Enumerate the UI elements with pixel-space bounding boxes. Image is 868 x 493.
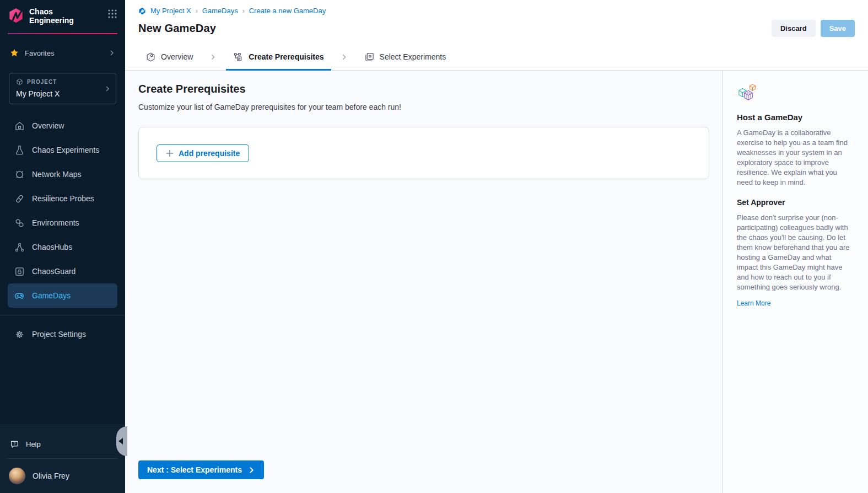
sidebar-item-label: ChaosGuard [32,267,76,276]
help-panel-section-title: Set Approver [737,198,854,207]
tab-select-experiments[interactable]: Select Experiments [357,44,454,70]
sidebar-item-network-maps[interactable]: Network Maps [8,162,117,186]
network-map-icon [14,169,25,180]
breadcrumb-separator: › [242,7,245,15]
gamepad-icon [14,290,25,301]
flask-icon [14,144,25,156]
sidebar-item-label: Network Maps [32,170,81,179]
user-name: Olivia Frey [33,471,69,480]
project-label: PROJECT [27,79,57,85]
nav-divider [0,315,125,315]
tab-overview[interactable]: Overview [138,44,200,70]
sidebar-item-label: Chaos Experiments [32,146,99,154]
add-prerequisite-button[interactable]: Add prerequisite [157,144,249,162]
brand-name: Chaos Engineering [29,7,107,25]
project-logo-icon [138,7,146,15]
favorites-row[interactable]: Favorites [0,46,125,60]
app-grid-icon[interactable] [107,9,117,19]
help-chat-icon: ? [10,440,19,449]
sidebar-item-chaosguard[interactable]: ChaosGuard [8,259,117,283]
chevron-right-icon [109,50,115,56]
avatar [9,468,25,484]
sidebar-item-resilience-probes[interactable]: Resilience Probes [8,186,117,211]
save-button[interactable]: Save [821,20,855,37]
section-subheading: Customize your list of GameDay prerequis… [138,103,709,111]
sidebar-item-label: Project Settings [32,330,86,339]
add-prerequisite-label: Add prerequisite [179,149,240,158]
breadcrumb-project[interactable]: My Project X [150,7,191,15]
sidebar-item-label: Environments [32,218,79,227]
help-panel-title: Host a GameDay [737,112,854,122]
main-area: My Project X › GameDays › Create a new G… [125,0,868,493]
chevron-right-icon [331,44,357,70]
tab-label: Overview [161,52,193,61]
brand-header: Chaos Engineering [0,0,125,25]
learn-more-link[interactable]: Learn More [737,299,770,307]
favorites-label: Favorites [25,49,54,57]
prerequisites-card: Add prerequisite [138,127,709,179]
chevron-right-icon [200,44,226,70]
probe-icon [14,193,25,204]
chevron-right-icon [104,85,111,92]
plus-icon [166,149,174,157]
breadcrumb-gamedays[interactable]: GameDays [202,7,238,15]
sidebar-item-project-settings[interactable]: Project Settings [8,322,117,346]
breadcrumb: My Project X › GameDays › Create a new G… [138,7,855,15]
work-area: Create Prerequisites Customize your list… [125,71,723,493]
home-icon [14,120,25,131]
sidebar-item-label: ChaosHubs [32,243,72,251]
help-label: Help [26,440,41,448]
sidebar-collapse-handle[interactable] [116,426,127,456]
discard-button[interactable]: Discard [772,20,816,37]
chaos-engineering-logo-icon [8,7,24,24]
breadcrumb-current[interactable]: Create a new GameDay [249,7,326,15]
sidebar: Chaos Engineering Favorites [0,0,125,493]
sidebar-item-chaoshubs[interactable]: ChaosHubs [8,235,117,259]
brand-divider [8,33,117,34]
sidebar-item-environments[interactable]: Environments [8,211,117,235]
hexagon-gear-icon [145,52,156,62]
sidebar-item-label: GameDays [32,291,71,300]
sidebar-footer: ? Help Olivia Frey [0,424,125,493]
help-panel-intro: A GameDay is a collaborative exercise to… [737,128,854,187]
isometric-cubes-icon [737,83,854,103]
help-panel: Host a GameDay A GameDay is a collaborat… [723,71,868,493]
tab-label: Select Experiments [380,52,446,61]
project-selector[interactable]: PROJECT My Project X [9,73,116,104]
help-panel-section-body: Please don't surprise your (non-particip… [737,213,854,292]
sidebar-item-label: Resilience Probes [32,194,94,203]
sidebar-item-label: Overview [32,121,64,130]
stacked-cards-icon [364,52,375,62]
environments-icon [14,217,25,228]
flowchart-icon [233,52,244,62]
hub-icon [14,242,25,253]
help-button[interactable]: ? Help [0,430,125,458]
tab-label: Create Prerequisites [249,52,324,61]
tab-create-prerequisites[interactable]: Create Prerequisites [226,44,331,70]
sidebar-item-chaos-experiments[interactable]: Chaos Experiments [8,138,117,162]
sidebar-item-gamedays[interactable]: GameDays [8,283,117,308]
page-header: My Project X › GameDays › Create a new G… [125,0,868,44]
cube-icon [16,78,23,85]
user-menu[interactable]: Olivia Frey [0,459,125,493]
chevron-right-icon [248,467,255,474]
guard-icon [14,266,25,277]
next-button-label: Next : Select Experiments [147,465,242,474]
content-area: Create Prerequisites Customize your list… [125,71,868,493]
next-select-experiments-button[interactable]: Next : Select Experiments [138,460,264,479]
breadcrumb-separator: › [196,7,198,15]
wizard-tabs: Overview Create Prerequisites Select Exp… [125,44,868,71]
page-title: New GameDay [138,22,216,35]
sidebar-nav: Overview Chaos Experiments Network Maps … [0,114,125,346]
svg-text:?: ? [13,441,15,445]
project-name: My Project X [16,89,101,98]
star-icon [10,49,19,57]
section-heading: Create Prerequisites [138,83,709,95]
gear-icon [14,329,25,340]
sidebar-item-overview[interactable]: Overview [8,114,117,138]
collapse-arrow-icon [118,438,123,444]
